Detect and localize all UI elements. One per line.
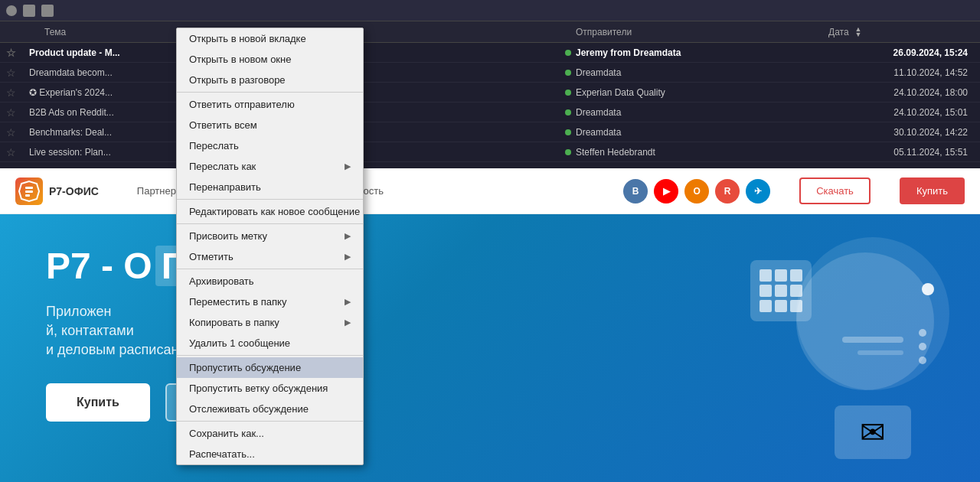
- email-date: 26.09.2024, 15:24: [821, 47, 974, 58]
- cm-delete-message[interactable]: Удалить 1 сообщение: [177, 333, 363, 353]
- email-sender: Experian Data Quality: [576, 87, 821, 98]
- hero-decorations: ✉: [666, 237, 934, 467]
- cm-redirect[interactable]: Перенаправить: [177, 177, 363, 197]
- table-row[interactable]: ☆ Live session: Plan... Steffen Hedebran…: [0, 142, 980, 162]
- email-list-header: Тема Отправители Дата ▲▼: [0, 21, 980, 43]
- star-icon[interactable]: ☆: [6, 86, 16, 99]
- svg-rect-3: [25, 194, 30, 197]
- email-date: 05.11.2024, 15:51: [821, 147, 974, 158]
- read-dot: [565, 90, 571, 96]
- chevron-right-icon-2: ▶: [345, 231, 351, 241]
- chevron-right-icon-4: ▶: [345, 297, 351, 307]
- read-dot: [565, 109, 571, 116]
- r7-social-icons: В ▶ О R ✈: [623, 179, 770, 204]
- cm-mute-discussion[interactable]: Пропустить обсуждение: [177, 357, 363, 378]
- chevron-right-icon-3: ▶: [345, 252, 351, 262]
- cm-move-to-folder[interactable]: Переместить в папку ▶: [177, 291, 363, 312]
- header-sender[interactable]: Отправители: [560, 27, 821, 37]
- cm-separator-1: [177, 92, 363, 93]
- paperclip-icon[interactable]: [41, 5, 54, 17]
- r7-nav: Р7-ОФИС Партнеры Поддержка О компании ст…: [0, 168, 980, 214]
- svg-rect-1: [25, 187, 33, 189]
- deco-grid-icon: [750, 260, 812, 321]
- r7-logo-text: Р7-ОФИС: [49, 185, 99, 197]
- cm-separator-3: [177, 223, 363, 224]
- cm-reply-sender[interactable]: Ответить отправителю: [177, 94, 363, 115]
- star-icon[interactable]: ☆: [6, 47, 16, 59]
- chevron-right-icon: ▶: [345, 161, 351, 171]
- rt-icon[interactable]: R: [715, 179, 740, 204]
- chevron-right-icon-5: ▶: [345, 318, 351, 327]
- r7-website: Р7-ОФИС Партнеры Поддержка О компании ст…: [0, 168, 980, 482]
- read-dot: [565, 149, 571, 155]
- star-icon[interactable]: ☆: [6, 106, 16, 119]
- cm-separator-6: [177, 421, 363, 422]
- r7-hero: Р7 - ОПРО Приложен й, контактами и делов…: [0, 214, 980, 482]
- star-icon[interactable]: ☆: [6, 67, 16, 79]
- table-row[interactable]: ☆ B2B Ads on Reddit... Dreamdata 24.10.2…: [0, 103, 980, 122]
- deco-line-1: [842, 337, 903, 343]
- cm-mark[interactable]: Отметить ▶: [177, 246, 363, 267]
- download-button[interactable]: Скачать: [799, 177, 871, 204]
- read-dot: [565, 70, 571, 76]
- email-toolbar: [0, 0, 980, 21]
- star-icon[interactable]: ☆: [6, 126, 16, 138]
- cm-separator-4: [177, 269, 363, 269]
- cm-watch-discussion[interactable]: Отслеживать обсуждение: [177, 399, 363, 419]
- deco-line-2: [858, 350, 903, 355]
- cm-open-new-tab[interactable]: Открыть в новой вкладке: [177, 28, 363, 49]
- cm-separator-5: [177, 355, 363, 356]
- buy-button[interactable]: Купить: [900, 177, 965, 204]
- cm-copy-to-folder[interactable]: Копировать в папку ▶: [177, 312, 363, 333]
- deco-white-circle: [922, 283, 934, 295]
- email-sender: Steffen Hedebrandt: [576, 147, 821, 158]
- deco-circle-large: [796, 252, 934, 390]
- email-sender: Dreamdata: [576, 127, 821, 138]
- r7-logo: Р7-ОФИС: [15, 177, 99, 205]
- cm-open-conversation[interactable]: Открыть в разговоре: [177, 70, 363, 90]
- email-date: 30.10.2024, 14:22: [821, 127, 974, 138]
- bookmark-icon[interactable]: [23, 5, 35, 17]
- sort-arrows[interactable]: ▲▼: [855, 27, 862, 37]
- telegram-icon[interactable]: ✈: [746, 179, 770, 204]
- email-date: 11.10.2024, 14:52: [821, 67, 974, 78]
- email-date: 24.10.2024, 18:00: [821, 87, 974, 98]
- email-sender: Jeremy from Dreamdata: [576, 47, 821, 58]
- email-sender: Dreamdata: [576, 67, 821, 78]
- table-row[interactable]: ☆ Dreamdata becom... Dreamdata 11.10.202…: [0, 63, 980, 83]
- cm-archive[interactable]: Архивировать: [177, 271, 363, 291]
- deco-mail-icon: ✉: [835, 405, 911, 459]
- cm-reply-all[interactable]: Ответить всем: [177, 115, 363, 135]
- header-date[interactable]: Дата ▲▼: [821, 27, 974, 37]
- table-row[interactable]: ☆ Benchmarks: Deal... Dreamdata 30.10.20…: [0, 122, 980, 142]
- cm-forward[interactable]: Переслать: [177, 135, 363, 156]
- context-menu: Открыть в новой вкладке Открыть в новом …: [176, 28, 364, 465]
- hero-buy-button[interactable]: Купить: [46, 383, 150, 422]
- cm-edit-new[interactable]: Редактировать как новое сообщение: [177, 201, 363, 222]
- cm-assign-tag[interactable]: Присвоить метку ▶: [177, 226, 363, 246]
- deco-dots-right: [919, 329, 926, 364]
- youtube-icon[interactable]: ▶: [654, 179, 678, 204]
- table-row[interactable]: ☆ ✪ Experian's 2024... Experian Data Qua…: [0, 83, 980, 103]
- cm-print[interactable]: Распечатать...: [177, 444, 363, 464]
- r7-logo-icon: [15, 177, 43, 205]
- ok-icon[interactable]: О: [684, 179, 709, 204]
- cm-save-as[interactable]: Сохранить как...: [177, 423, 363, 444]
- svg-rect-2: [25, 191, 33, 193]
- read-dot: [565, 50, 571, 56]
- cm-forward-as[interactable]: Переслать как ▶: [177, 156, 363, 177]
- table-row[interactable]: ☆ Product update - M... Jeremy from Drea…: [0, 43, 980, 63]
- cm-open-new-window[interactable]: Открыть в новом окне: [177, 49, 363, 70]
- star-icon[interactable]: ☆: [6, 146, 16, 158]
- email-date: 24.10.2024, 15:01: [821, 107, 974, 118]
- vk-icon[interactable]: В: [623, 179, 648, 204]
- star-icon[interactable]: [6, 5, 17, 16]
- cm-separator-2: [177, 199, 363, 200]
- read-dot: [565, 129, 571, 135]
- email-sender: Dreamdata: [576, 107, 821, 118]
- cm-mute-thread[interactable]: Пропустить ветку обсуждения: [177, 378, 363, 399]
